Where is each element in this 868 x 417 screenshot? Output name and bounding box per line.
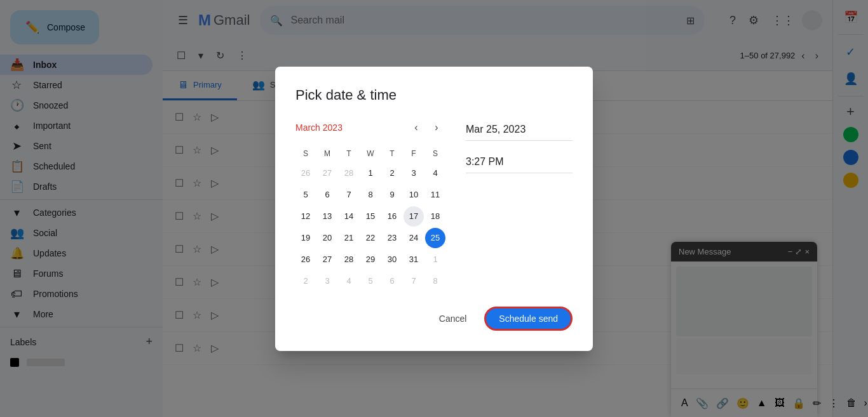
cal-day[interactable]: 11 [425,185,445,205]
cal-day[interactable]: 26 [295,249,316,270]
cal-day[interactable]: 2 [382,163,402,183]
schedule-send-button[interactable]: Schedule send [484,307,573,331]
weekday-tue: T [339,147,359,161]
cal-day[interactable]: 8 [360,185,381,205]
cal-day[interactable]: 4 [425,163,445,183]
calendar-days: 26 27 28 1 2 3 4 5 6 7 8 9 10 1 [295,163,445,291]
cal-day[interactable]: 18 [425,206,445,227]
weekday-mon: M [317,147,337,161]
modal-body: March 2023 ‹ › S M T W T F S [295,119,573,291]
cal-day[interactable]: 23 [382,228,402,248]
cal-day[interactable]: 10 [403,185,424,205]
weekday-wed: W [360,147,381,161]
cal-day[interactable]: 24 [403,228,424,248]
cal-day[interactable]: 3 [403,163,424,183]
cal-day[interactable]: 22 [360,228,381,248]
cal-day[interactable]: 27 [317,163,337,183]
cal-day[interactable]: 13 [317,206,337,227]
cal-day[interactable]: 3 [317,271,337,291]
weekday-thu: T [382,147,402,161]
cal-day[interactable]: 16 [382,206,402,227]
cal-day[interactable]: 2 [295,271,316,291]
weekday-fri: F [403,147,424,161]
calendar: March 2023 ‹ › S M T W T F S [295,119,445,291]
calendar-header: March 2023 ‹ › [295,119,445,136]
cal-day[interactable]: 5 [360,271,381,291]
cal-day[interactable]: 7 [339,185,359,205]
cal-day-selected[interactable]: 25 [425,228,445,248]
weekday-sun: S [295,147,316,161]
calendar-nav: ‹ › [407,119,445,136]
modal-overlay[interactable]: Pick date & time March 2023 ‹ › S M T W [0,0,868,417]
prev-month-button[interactable]: ‹ [407,119,425,136]
cal-day[interactable]: 20 [317,228,337,248]
calendar-month-year: March 2023 [295,122,342,133]
cal-day[interactable]: 19 [295,228,316,248]
datetime-section: Mar 25, 2023 3:27 PM [466,119,573,291]
time-input[interactable]: 3:27 PM [466,151,573,173]
cal-day[interactable]: 28 [339,249,359,270]
cal-day[interactable]: 7 [403,271,424,291]
pick-datetime-modal: Pick date & time March 2023 ‹ › S M T W [275,67,593,351]
cal-day[interactable]: 27 [317,249,337,270]
cal-day[interactable]: 6 [382,271,402,291]
cal-day[interactable]: 1 [360,163,381,183]
cal-day[interactable]: 6 [317,185,337,205]
cal-day[interactable]: 31 [403,249,424,270]
cal-day[interactable]: 8 [425,271,445,291]
modal-footer: Cancel Schedule send [295,307,573,331]
weekday-sat: S [425,147,445,161]
cal-day[interactable]: 21 [339,228,359,248]
cal-day[interactable]: 1 [425,249,445,270]
cal-day[interactable]: 30 [382,249,402,270]
cal-day-today[interactable]: 17 [403,206,424,227]
cal-day[interactable]: 4 [339,271,359,291]
cal-day[interactable]: 9 [382,185,402,205]
date-input[interactable]: Mar 25, 2023 [466,119,573,141]
calendar-weekdays: S M T W T F S [295,147,445,161]
calendar-grid: S M T W T F S 26 27 28 1 2 [295,147,445,291]
cal-day[interactable]: 15 [360,206,381,227]
cancel-button[interactable]: Cancel [429,308,477,329]
modal-title: Pick date & time [295,87,573,103]
next-month-button[interactable]: › [428,119,445,136]
cal-day[interactable]: 14 [339,206,359,227]
cal-day[interactable]: 29 [360,249,381,270]
cal-day[interactable]: 26 [295,163,316,183]
cal-day[interactable]: 28 [339,163,359,183]
cal-day[interactable]: 5 [295,185,316,205]
cal-day[interactable]: 12 [295,206,316,227]
